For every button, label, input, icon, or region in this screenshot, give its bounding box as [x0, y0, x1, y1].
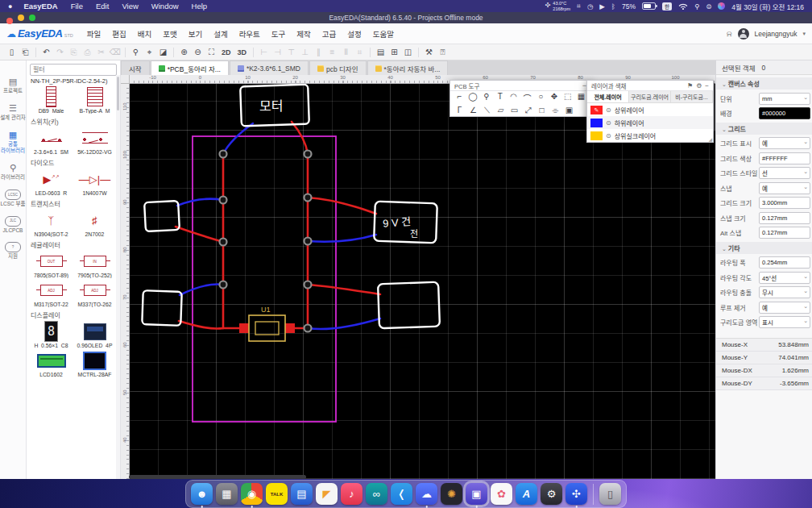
- app-menu-item[interactable]: 설계: [208, 30, 233, 39]
- zoom-fit-icon[interactable]: ⛶: [205, 48, 218, 57]
- close-window-button[interactable]: [6, 18, 13, 24]
- via[interactable]: [220, 281, 227, 289]
- text-tool-icon[interactable]: T: [493, 92, 507, 104]
- dock-settings-icon[interactable]: ⚙: [541, 483, 562, 505]
- prop-control[interactable]: 0.254mm: [759, 256, 810, 269]
- solid-region-tool-icon[interactable]: ▭: [508, 106, 521, 115]
- bottom-layer-traces[interactable]: [177, 123, 380, 329]
- wheel-sketch-box[interactable]: [144, 201, 180, 231]
- layer-top[interactable]: ✎ ⊙ 상위레이어: [587, 103, 713, 116]
- bluetooth-icon[interactable]: ᛒ: [611, 2, 615, 10]
- tab-project-car[interactable]: *동아리 자동차 바...: [367, 60, 449, 75]
- circle-tool-icon[interactable]: ○: [534, 92, 548, 104]
- library-item[interactable]: LCD1602: [31, 349, 72, 377]
- drag-tool-icon[interactable]: ✥: [548, 92, 561, 104]
- library-item[interactable]: 8H_0.56×1_C8: [31, 320, 72, 348]
- nav-design-manager[interactable]: ☰ 설계 관리자: [0, 100, 26, 124]
- layer-color-swatch[interactable]: [590, 131, 603, 140]
- play-menu-icon[interactable]: ▶: [599, 2, 605, 10]
- battery-red-trace[interactable]: [308, 198, 376, 214]
- control-center-icon[interactable]: ⊜: [706, 2, 711, 10]
- group-tool-icon[interactable]: ⌯: [549, 106, 562, 115]
- library-item[interactable]: DB9_Male: [31, 85, 72, 114]
- layer-color-swatch[interactable]: [590, 119, 603, 127]
- prop-control[interactable]: 선: [759, 167, 810, 179]
- nav-lcsc-parts[interactable]: LCSC LCSC 부품: [0, 186, 26, 210]
- wheel2-red-trace[interactable]: [179, 321, 223, 329]
- notifications-bell-icon[interactable]: ⍾: [727, 29, 732, 39]
- layers-tab-noncopper[interactable]: 비-구리도금...: [671, 91, 713, 102]
- macos-menu-item[interactable]: Window: [145, 2, 185, 10]
- app-menu-item[interactable]: 포맷: [157, 30, 182, 39]
- prop-control[interactable]: 표시: [759, 316, 810, 328]
- prop-control[interactable]: 예: [759, 182, 810, 194]
- apple-menu-icon[interactable]: ●: [8, 2, 12, 10]
- prop-control[interactable]: 45°선: [759, 272, 810, 284]
- library-item[interactable]: 0.96OLED_4P: [74, 320, 115, 348]
- space-v-icon[interactable]: ⌗: [353, 48, 367, 57]
- macos-menu-item[interactable]: View: [115, 2, 144, 10]
- undo-icon[interactable]: ↶: [39, 48, 53, 56]
- tab-project-pcb[interactable]: pcb 디자인: [309, 60, 367, 75]
- grid-setting-icon[interactable]: ⊞: [387, 48, 401, 56]
- dock-cloud-app-icon[interactable]: ☁: [416, 483, 437, 505]
- app-menu-item[interactable]: 라우트: [234, 30, 266, 39]
- dock-chrome-icon[interactable]: ◉: [241, 483, 263, 505]
- prop-control[interactable]: 예: [759, 137, 810, 149]
- library-item[interactable]: ᛉN3904(SOT-2: [31, 209, 72, 237]
- wheel3-red-trace[interactable]: [308, 285, 380, 294]
- dock-appstore-icon[interactable]: A: [516, 483, 537, 505]
- panelize-icon[interactable]: ◫: [401, 48, 415, 56]
- prop-control[interactable]: 0.127mm: [759, 212, 810, 224]
- temperature-widget[interactable]: ✣ 43.0°C 2168rpm: [545, 1, 570, 10]
- library-item[interactable]: 2-3.6×6.1_SM: [31, 127, 72, 155]
- macos-menu-item[interactable]: Help: [185, 2, 214, 10]
- eraser-icon[interactable]: ◪: [156, 48, 170, 56]
- dock-notes-icon[interactable]: ◤: [316, 483, 338, 505]
- clock-menu-icon[interactable]: ◷: [587, 2, 593, 10]
- layers-tab-all[interactable]: 전체.레이어: [587, 91, 629, 102]
- library-item[interactable]: 5K-12D02-VG: [74, 127, 115, 155]
- dock-finder-icon[interactable]: ☻: [191, 483, 213, 505]
- library-item[interactable]: —▷|—1N4007W: [74, 168, 115, 196]
- canvas-horizontal-scrollbar[interactable]: [129, 475, 306, 479]
- library-item[interactable]: ♯2N7002: [74, 209, 115, 237]
- via[interactable]: [220, 239, 227, 246]
- rect-tool-icon[interactable]: □: [535, 106, 549, 115]
- nav-projects[interactable]: ▤ 프로젝트: [0, 73, 26, 98]
- via[interactable]: [304, 151, 312, 158]
- layer-manager-icon[interactable]: ▤: [374, 48, 387, 56]
- u1-pad-left[interactable]: [239, 323, 249, 333]
- library-scrollbar[interactable]: [116, 75, 120, 479]
- prop-control[interactable]: 3.000mm: [759, 197, 810, 209]
- app-menu-item[interactable]: 편집: [106, 30, 131, 39]
- distribute-v-icon[interactable]: ≡: [325, 48, 339, 56]
- battery-blue-trace[interactable]: [308, 235, 376, 242]
- measure-tool-icon[interactable]: ⤢: [521, 106, 535, 115]
- prop-control[interactable]: 0.127mm: [759, 227, 810, 239]
- app-menu-item[interactable]: 파일: [81, 30, 106, 39]
- new-file-icon[interactable]: ▯: [5, 48, 19, 56]
- via[interactable]: [304, 281, 312, 289]
- library-item[interactable]: IN7905(TO-252): [74, 250, 115, 278]
- layer-top-silk[interactable]: ⊙ 상위실크레이어: [587, 129, 713, 142]
- copy-icon[interactable]: ⎘: [67, 48, 81, 57]
- line-tool-icon[interactable]: ⟍: [480, 106, 494, 115]
- dock-calendar-icon[interactable]: ▤: [291, 483, 313, 505]
- via[interactable]: [304, 325, 312, 332]
- align-right-icon[interactable]: ⊣: [271, 48, 284, 56]
- help-icon[interactable]: ⍰: [436, 48, 450, 57]
- align-left-icon[interactable]: ⊢: [257, 48, 271, 56]
- view-2d-button[interactable]: 2D: [218, 48, 234, 56]
- layers-panel-minimize-button[interactable]: −: [705, 82, 709, 90]
- macos-menu-item[interactable]: Edit: [89, 2, 115, 10]
- tab-start[interactable]: 시작: [121, 60, 150, 75]
- library-item[interactable]: ADJM337(TO-262: [74, 279, 115, 307]
- dock-kakaotalk-icon[interactable]: TALK: [266, 483, 288, 505]
- pad-tool-icon[interactable]: ⚲: [480, 92, 494, 104]
- redo-icon[interactable]: ↷: [53, 48, 67, 56]
- prop-control[interactable]: 예: [759, 302, 810, 314]
- prop-control[interactable]: #000000: [759, 107, 810, 119]
- wheel1-blue-trace[interactable]: [177, 199, 223, 206]
- macos-menu-item[interactable]: EasyEDA: [17, 2, 64, 10]
